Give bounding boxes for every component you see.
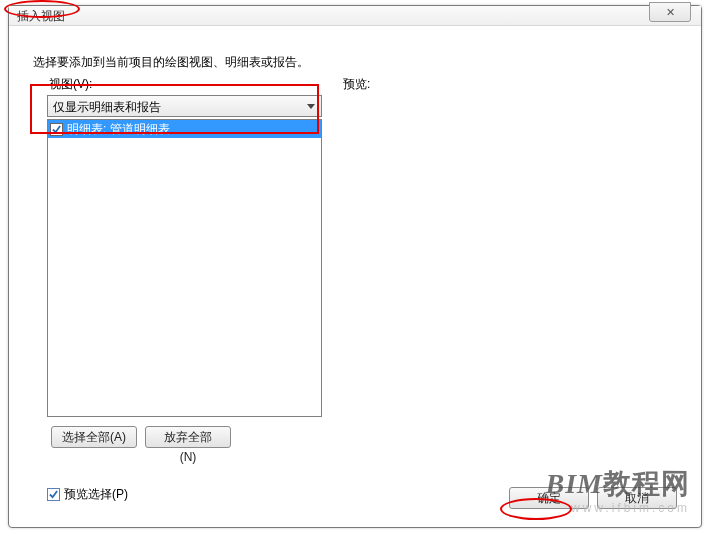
dialog-body: 选择要添加到当前项目的绘图视图、明细表或报告。 视图(V): 预览: 仅显示明细…: [23, 36, 687, 513]
preview-select-row: 预览选择(P): [47, 486, 128, 503]
checkbox-checked-icon[interactable]: [50, 123, 63, 136]
title-bar: 插入视图 ✕: [9, 6, 701, 26]
close-button[interactable]: ✕: [649, 2, 691, 22]
view-label: 视图(V):: [49, 76, 92, 93]
cancel-button[interactable]: 取消: [597, 487, 677, 509]
views-listbox[interactable]: 明细表: 管道明细表: [47, 119, 322, 417]
select-all-button[interactable]: 选择全部(A): [51, 426, 137, 448]
abandon-all-button[interactable]: 放弃全部(N): [145, 426, 231, 448]
list-item[interactable]: 明细表: 管道明细表: [48, 120, 321, 138]
preview-select-label: 预览选择(P): [64, 486, 128, 503]
preview-select-checkbox[interactable]: [47, 488, 60, 501]
chevron-down-icon: [303, 98, 319, 114]
view-filter-dropdown[interactable]: 仅显示明细表和报告: [47, 95, 322, 117]
ok-button[interactable]: 确定: [509, 487, 589, 509]
preview-label: 预览:: [343, 76, 370, 93]
list-item-label: 明细表: 管道明细表: [67, 121, 170, 138]
dropdown-value: 仅显示明细表和报告: [53, 99, 161, 116]
dialog-title: 插入视图: [17, 8, 65, 25]
insert-view-dialog: 插入视图 ✕ 选择要添加到当前项目的绘图视图、明细表或报告。 视图(V): 预览…: [8, 5, 702, 528]
close-icon: ✕: [666, 6, 675, 18]
instruction-text: 选择要添加到当前项目的绘图视图、明细表或报告。: [33, 54, 309, 71]
